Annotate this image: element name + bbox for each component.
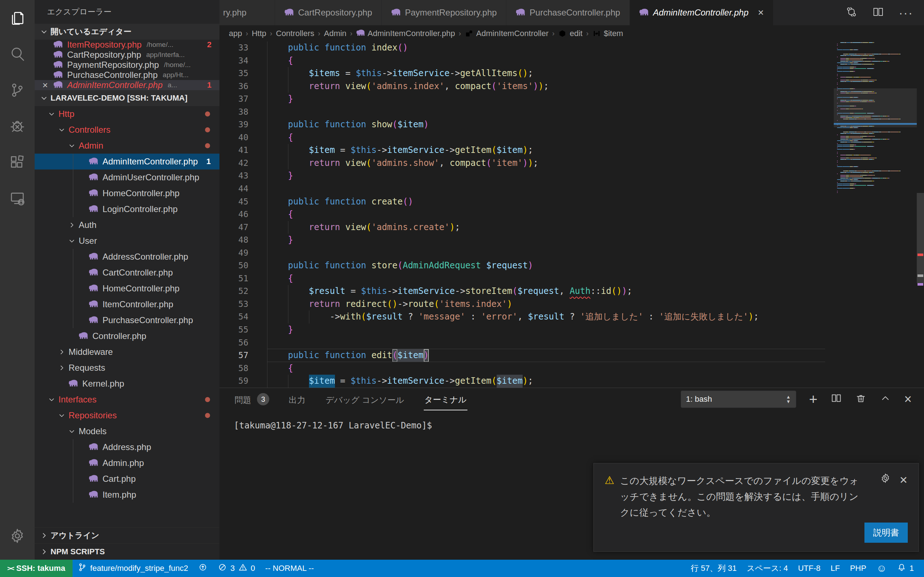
tree-item-logincontroller-php[interactable]: LoginController.php — [35, 201, 220, 217]
breadcrumb-item-adminitemcontroller-php[interactable]: AdminItemController.php — [356, 29, 455, 38]
minimap[interactable] — [834, 42, 917, 387]
language-mode[interactable]: PHP — [845, 560, 871, 577]
npm-scripts-header[interactable]: NPM SCRIPTS — [35, 543, 220, 560]
close-panel-icon[interactable]: × — [904, 393, 912, 405]
tree-item-cart-php[interactable]: Cart.php — [35, 471, 220, 487]
code-line-33[interactable]: 33 public function index() — [220, 42, 924, 55]
code-line-56[interactable]: 56 — [220, 337, 924, 350]
code-line-53[interactable]: 53 return redirect()->route('items.index… — [220, 298, 924, 311]
panel-tab-ターミナル[interactable]: ターミナル — [424, 388, 467, 410]
tree-item-homecontroller-php[interactable]: HomeController.php — [35, 185, 220, 201]
tree-item-adminitemcontroller-php[interactable]: AdminItemController.php1 — [35, 154, 220, 169]
tree-item-addresscontroller-php[interactable]: AddressController.php — [35, 249, 220, 265]
terminal-output[interactable]: [takuma@118-27-12-167 LaravelEC-Demo]$ — [220, 410, 924, 430]
code-line-38[interactable]: 38 — [220, 106, 924, 119]
tree-item-models[interactable]: Models — [35, 423, 220, 439]
code-line-37[interactable]: 37 } — [220, 93, 924, 106]
eol[interactable]: LF — [825, 560, 845, 577]
code-line-42[interactable]: 42 return view('admins.show', compact('i… — [220, 157, 924, 170]
tree-item-admin[interactable]: Admin — [35, 138, 220, 154]
tree-item-item-php[interactable]: Item.php — [35, 487, 220, 503]
notifications-bell[interactable]: 1 — [892, 560, 919, 577]
code-line-40[interactable]: 40 { — [220, 131, 924, 144]
editor-tab-paymentrepository-php[interactable]: PaymentRepository.php — [382, 0, 506, 25]
code-line-43[interactable]: 43 } — [220, 169, 924, 182]
editor-tab-cartrepository-php[interactable]: CartRepository.php — [275, 0, 382, 25]
code-line-47[interactable]: 47 return view('admins.create'); — [220, 221, 924, 234]
code-line-39[interactable]: 39 public function show($item) — [220, 118, 924, 131]
outline-header[interactable]: アウトライン — [35, 527, 220, 543]
tree-item-itemcontroller-php[interactable]: ItemController.php — [35, 297, 220, 312]
new-terminal-icon[interactable]: + — [809, 393, 817, 405]
tree-item-homecontroller-php[interactable]: HomeController.php — [35, 280, 220, 297]
tree-item-purchasecontroller-php[interactable]: PurchaseController.php — [35, 312, 220, 328]
breadcrumb-item-adminitemcontroller[interactable]: AdminItemController — [465, 29, 549, 38]
workspace-header[interactable]: LARAVELEC-DEMO [SSH: TAKUMA] — [35, 90, 220, 106]
minimap-slider[interactable] — [834, 89, 917, 127]
breadcrumb-item-app[interactable]: app — [229, 29, 242, 38]
open-editors-header[interactable]: 開いているエディター — [35, 24, 220, 40]
tree-item-requests[interactable]: Requests — [35, 360, 220, 376]
tree-item-adminusercontroller-php[interactable]: AdminUserController.php — [35, 169, 220, 185]
activitybar-extensions[interactable] — [0, 144, 35, 180]
breadcrumb-item-edit[interactable]: edit — [558, 29, 582, 38]
close-icon[interactable]: × — [40, 81, 50, 90]
editor-tab-purchasecontroller-php[interactable]: PurchaseController.php — [506, 0, 630, 25]
breadcrumb-item-admin[interactable]: Admin — [324, 29, 346, 38]
activitybar-remote-explorer[interactable] — [0, 180, 35, 216]
open-editor-item[interactable]: ×AdminItemController.phpa...1 — [35, 80, 220, 90]
code-line-55[interactable]: 55 } — [220, 324, 924, 337]
notification-close-icon[interactable]: ✕ — [900, 473, 908, 488]
code-editor[interactable]: 33 public function index()34 {35 $items … — [220, 42, 924, 388]
tree-item-kernel-php[interactable]: Kernel.php — [35, 376, 220, 392]
tree-item-address-php[interactable]: Address.php — [35, 439, 220, 455]
editor-tab-ry-php[interactable]: ry.php — [220, 0, 275, 25]
split-terminal-icon[interactable] — [830, 392, 842, 406]
open-editor-item[interactable]: PaymentRepository.php/home/... — [35, 60, 220, 70]
tree-item-controllers[interactable]: Controllers — [35, 122, 220, 138]
code-line-36[interactable]: 36 return view('admins.index', compact('… — [220, 80, 924, 93]
remote-indicator[interactable]: ><SSH: takuma — [0, 560, 73, 577]
code-line-58[interactable]: 58 { — [220, 362, 924, 375]
open-editor-item[interactable]: ItemRepository.php/home/...2 — [35, 40, 220, 50]
more-actions-icon[interactable]: ··· — [899, 9, 913, 16]
close-icon[interactable]: × — [758, 7, 764, 18]
editor-tab-adminitemcontroller-php[interactable]: AdminItemController.php× — [630, 0, 774, 25]
split-editor-icon[interactable] — [872, 6, 884, 19]
code-line-35[interactable]: 35 $items = $this->itemService->getAllIt… — [220, 67, 924, 80]
tree-item-middleware[interactable]: Middleware — [35, 344, 220, 360]
indentation[interactable]: スペース: 4 — [742, 560, 793, 577]
maximize-panel-icon[interactable] — [880, 392, 891, 406]
feedback[interactable]: ☺ — [871, 560, 892, 577]
terminal-select[interactable]: 1: bash▲▼ — [681, 390, 796, 408]
code-line-50[interactable]: 50 public function store(AdminAddRequest… — [220, 259, 924, 272]
code-line-41[interactable]: 41 $item = $this->itemService->getItem($… — [220, 144, 924, 157]
code-line-48[interactable]: 48 } — [220, 234, 924, 247]
tree-item-admin-php[interactable]: Admin.php — [35, 455, 220, 471]
vim-mode[interactable]: -- NORMAL -- — [260, 560, 319, 577]
code-line-51[interactable]: 51 { — [220, 272, 924, 285]
panel-tab-デバッグ-コンソール[interactable]: デバッグ コンソール — [325, 388, 405, 410]
activitybar-explorer[interactable] — [0, 0, 35, 36]
kill-terminal-icon[interactable] — [855, 392, 867, 406]
open-editor-item[interactable]: PurchaseController.phpapp/Ht... — [35, 70, 220, 80]
code-line-49[interactable]: 49 — [220, 247, 924, 259]
activitybar-source-control[interactable] — [0, 72, 35, 108]
code-line-34[interactable]: 34 { — [220, 55, 924, 68]
panel-tab-出力[interactable]: 出力 — [288, 388, 306, 410]
tree-item-http[interactable]: Http — [35, 106, 220, 122]
tree-item-interfaces[interactable]: Interfaces — [35, 392, 220, 408]
activitybar-debug[interactable] — [0, 108, 35, 144]
activitybar-search[interactable] — [0, 36, 35, 72]
editor-scrollbar[interactable] — [917, 42, 924, 388]
scrollbar-slider[interactable] — [917, 193, 924, 283]
encoding[interactable]: UTF-8 — [793, 560, 825, 577]
cursor-position[interactable]: 行 57、列 31 — [686, 560, 742, 577]
tree-item-auth[interactable]: Auth — [35, 217, 220, 233]
breadcrumb-item-controllers[interactable]: Controllers — [276, 29, 314, 38]
manual-button[interactable]: 説明書 — [864, 522, 908, 543]
tree-item-cartcontroller-php[interactable]: CartController.php — [35, 265, 220, 280]
breadcrumb-item-$item[interactable]: $item — [592, 29, 624, 38]
git-branch[interactable]: feature/modify_stripe_func2 — [73, 560, 194, 577]
code-line-52[interactable]: 52 $result = $this->itemService->storeIt… — [220, 285, 924, 298]
